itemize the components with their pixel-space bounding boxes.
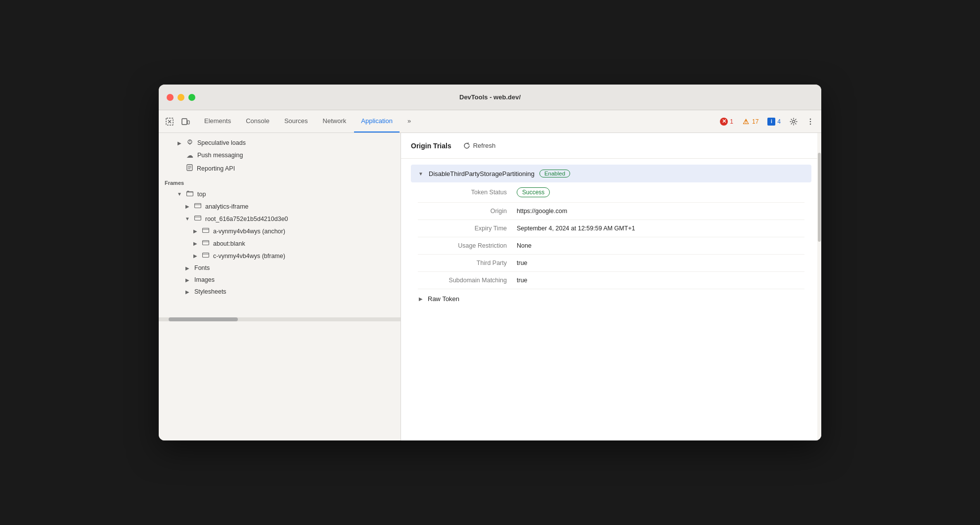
root-chevron (184, 216, 190, 222)
tab-console[interactable]: Console (239, 110, 276, 132)
error-icon: ✕ (720, 118, 728, 126)
speculative-loads-icon (186, 139, 193, 146)
raw-token-chevron (418, 296, 424, 302)
top-folder-icon (186, 190, 193, 198)
a-anchor-chevron (192, 228, 198, 234)
token-status-value: Success (517, 187, 804, 197)
tab-bar-tools (163, 110, 192, 132)
main-panel: Origin Trials Refresh DisableThirdPartyS… (401, 133, 821, 440)
tab-more[interactable]: » (401, 110, 418, 132)
trial-chevron (418, 171, 424, 176)
sidebar-item-speculative-loads[interactable]: Speculative loads (159, 137, 401, 149)
about-blank-chevron (192, 241, 198, 247)
subdomain-matching-label: Subdomain Matching (418, 277, 517, 284)
subdomain-matching-row: Subdomain Matching true (418, 272, 804, 289)
sidebar-item-analytics-iframe[interactable]: analytics-iframe (159, 200, 401, 213)
sidebar-item-c-bframe[interactable]: c-vynmy4vb4wys (bframe) (159, 250, 401, 262)
trial-details: Token Status Success Origin https://goog… (411, 182, 811, 289)
c-bframe-chevron (192, 253, 198, 259)
sidebar-item-top[interactable]: top (159, 188, 401, 200)
usage-restriction-value: None (517, 242, 804, 249)
panel-scrollbar[interactable] (817, 133, 821, 440)
minimize-button[interactable] (178, 94, 184, 101)
raw-token-label: Raw Token (428, 295, 459, 303)
title-bar: DevTools - web.dev/ (159, 85, 821, 110)
traffic-lights (167, 94, 195, 101)
settings-icon[interactable] (787, 115, 801, 129)
svg-rect-13 (203, 241, 209, 245)
expiry-time-row: Expiry Time September 4, 2024 at 12:59:5… (418, 220, 804, 237)
trial-header[interactable]: DisableThirdPartyStoragePartitioning Ena… (411, 165, 811, 182)
usage-restriction-label: Usage Restriction (418, 242, 517, 249)
svg-rect-1 (182, 119, 187, 125)
refresh-icon (463, 142, 470, 149)
svg-rect-10 (195, 204, 201, 208)
devtools-window: DevTools - web.dev/ Elements Console (159, 85, 821, 440)
main-content: Speculative loads ☁ Push messaging (159, 133, 821, 440)
sidebar-item-stylesheets[interactable]: Stylesheets (159, 286, 401, 298)
reporting-api-icon (186, 164, 193, 173)
panel-title: Origin Trials (411, 142, 451, 150)
inspect-icon[interactable] (163, 115, 177, 129)
info-icon: i (767, 118, 775, 126)
third-party-label: Third Party (418, 260, 517, 266)
tab-application[interactable]: Application (354, 110, 400, 132)
sidebar-scrollbar[interactable] (159, 317, 401, 321)
stylesheets-chevron (184, 289, 190, 295)
trial-section: DisableThirdPartyStoragePartitioning Ena… (411, 165, 811, 308)
trial-name: DisableThirdPartyStoragePartitioning (429, 170, 535, 177)
svg-rect-12 (203, 228, 209, 233)
sidebar-item-reporting-api[interactable]: Reporting API (159, 162, 401, 175)
svg-point-4 (810, 118, 811, 120)
third-party-value: true (517, 260, 804, 266)
tab-bar: Elements Console Sources Network Applica… (159, 110, 821, 133)
raw-token-section[interactable]: Raw Token (411, 289, 811, 308)
svg-point-5 (810, 121, 811, 122)
svg-rect-14 (203, 253, 209, 258)
device-icon[interactable] (178, 115, 192, 129)
sidebar-item-about-blank[interactable]: about:blank (159, 237, 401, 250)
window-title: DevTools - web.dev/ (459, 93, 521, 101)
tab-sources[interactable]: Sources (277, 110, 315, 132)
tab-network[interactable]: Network (316, 110, 354, 132)
sidebar-item-a-anchor[interactable]: a-vynmy4vb4wys (anchor) (159, 225, 401, 237)
origin-row: Origin https://google.com (418, 203, 804, 220)
svg-point-6 (810, 123, 811, 125)
top-chevron (177, 191, 182, 197)
panel-scrollbar-thumb[interactable] (818, 153, 821, 242)
panel-header: Origin Trials Refresh (401, 133, 821, 159)
about-blank-icon (202, 240, 209, 247)
token-status-label: Token Status (418, 189, 517, 196)
analytics-iframe-icon (194, 203, 201, 210)
maximize-button[interactable] (188, 94, 195, 101)
sidebar-item-images[interactable]: Images (159, 274, 401, 286)
warning-count-button[interactable]: ⚠ 17 (739, 116, 761, 127)
sidebar-scrollbar-thumb[interactable] (169, 317, 238, 321)
sidebar-item-push-messaging[interactable]: ☁ Push messaging (159, 149, 401, 162)
expiry-time-value: September 4, 2024 at 12:59:59 AM GMT+1 (517, 225, 804, 232)
third-party-row: Third Party true (418, 255, 804, 272)
expiry-time-label: Expiry Time (418, 225, 517, 232)
info-count-button[interactable]: i 4 (764, 116, 784, 127)
push-messaging-icon: ☁ (186, 151, 193, 159)
refresh-button[interactable]: Refresh (459, 140, 500, 151)
close-button[interactable] (167, 94, 174, 101)
enabled-badge: Enabled (539, 170, 570, 177)
images-chevron (184, 277, 190, 283)
sidebar-item-fonts[interactable]: Fonts (159, 262, 401, 274)
c-bframe-icon (202, 252, 209, 260)
subdomain-matching-value: true (517, 277, 804, 284)
warning-icon: ⚠ (742, 118, 750, 126)
a-anchor-icon (202, 227, 209, 235)
svg-point-3 (793, 120, 795, 123)
svg-rect-2 (187, 121, 189, 124)
tab-bar-right: ✕ 1 ⚠ 17 i 4 (717, 110, 817, 132)
error-count-button[interactable]: ✕ 1 (717, 116, 736, 127)
tab-elements[interactable]: Elements (197, 110, 238, 132)
sidebar-item-root-frame[interactable]: root_616a752e1b5d4210d3e0 (159, 213, 401, 225)
more-options-icon[interactable] (803, 115, 817, 129)
sidebar: Speculative loads ☁ Push messaging (159, 133, 401, 440)
analytics-iframe-chevron (184, 204, 190, 210)
token-status-row: Token Status Success (418, 182, 804, 203)
fonts-chevron (184, 265, 190, 271)
